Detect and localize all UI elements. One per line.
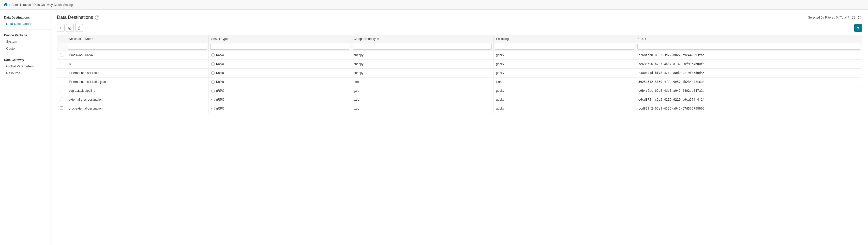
row-server-type: iKafka xyxy=(209,60,351,69)
server-type-label: Kafka xyxy=(216,53,224,57)
sidebar-section-data-gateway: Data Gateway xyxy=(0,56,51,63)
page-header: Data Destinations ? Selected 0 / Filtere… xyxy=(57,15,862,20)
row-checkbox[interactable] xyxy=(60,106,63,110)
server-type-label: gRPC xyxy=(216,107,224,110)
row-destination-name: External-non-ssl-kafka xyxy=(66,69,209,78)
row-checkbox-cell xyxy=(57,95,66,104)
row-info-icon[interactable]: i xyxy=(211,107,215,110)
status-bar: Selected 0 / Filtered 0 / Total 7 xyxy=(808,15,862,20)
row-destination-name: cdg-astack-pipeline xyxy=(66,86,209,95)
sidebar-section-data-destinations: Data Destinations xyxy=(0,14,51,20)
row-checkbox-cell xyxy=(57,51,66,60)
filter-destination-name-input[interactable] xyxy=(68,44,207,50)
row-info-icon[interactable]: i xyxy=(211,89,215,93)
server-type-label: Kafka xyxy=(216,71,224,75)
row-uuid: e9b4c2ec-b2e6-4db0-a942-0402dd347a1d xyxy=(636,86,862,95)
row-uuid: 3925e312-3039-4fde-9e57-4b234442c6a4 xyxy=(636,78,862,86)
row-destination-name: Crosswork_Kafka xyxy=(66,51,209,60)
row-info-icon[interactable]: i xyxy=(211,53,215,57)
row-destination-name: grpc-external-destination xyxy=(66,104,209,113)
row-info-icon[interactable]: i xyxy=(211,80,215,84)
refresh-icon[interactable] xyxy=(851,15,856,20)
table-header-row: Destination Name Server Type Compression… xyxy=(57,35,862,43)
sidebar-section-device-package: Device Package xyxy=(0,32,51,38)
row-destination-name: external-grpc-destination xyxy=(66,95,209,104)
row-checkbox[interactable] xyxy=(60,98,63,101)
row-checkbox[interactable] xyxy=(60,53,63,56)
row-info-icon[interactable]: i xyxy=(211,71,215,75)
row-compression-type: snappy xyxy=(351,60,493,69)
filter-destination-name-cell xyxy=(66,43,209,51)
row-destination-name: External-non-ssl-kafka-json xyxy=(66,78,209,86)
row-encoding: json xyxy=(493,78,636,86)
table-row: external-grpc-destinationigRPCgzipgpbkve… xyxy=(57,95,862,104)
row-encoding: gpbkv xyxy=(493,60,636,69)
toolbar xyxy=(57,24,862,32)
sidebar: Data Destinations Data Destinations Devi… xyxy=(0,10,51,245)
server-type-label: Kafka xyxy=(216,62,224,66)
row-encoding: gpbkv xyxy=(493,86,636,95)
row-server-type: igRPC xyxy=(209,86,351,95)
col-encoding: Encoding xyxy=(493,35,636,43)
row-compression-type: gzip xyxy=(351,104,493,113)
col-destination-name: Destination Name xyxy=(66,35,209,43)
row-server-type: igRPC xyxy=(209,104,351,113)
page-info-icon[interactable]: ? xyxy=(95,16,99,20)
sidebar-item-resource[interactable]: Resource xyxy=(0,70,51,76)
filter-uuid-cell xyxy=(636,43,862,51)
row-checkbox-cell xyxy=(57,60,66,69)
filter-uuid-input[interactable] xyxy=(638,44,860,50)
filter-compression-type-input[interactable] xyxy=(353,44,492,50)
sidebar-item-global-parameters[interactable]: Global Parameters xyxy=(0,63,51,70)
col-checkbox xyxy=(57,35,66,43)
row-compression-type: none xyxy=(351,78,493,86)
page-title: Data Destinations xyxy=(57,15,93,20)
edit-button[interactable] xyxy=(66,24,74,32)
sidebar-item-data-destinations[interactable]: Data Destinations xyxy=(0,20,51,27)
filter-server-type-cell xyxy=(209,43,351,51)
table-row: Crosswork_KafkaiKafkasnappygpbkvc2a8fba8… xyxy=(57,51,862,60)
row-encoding: gpbkv xyxy=(493,104,636,113)
breadcrumb-separator: / xyxy=(9,3,10,7)
toolbar-left xyxy=(57,24,83,32)
table-row: External-non-ssl-kafka-jsoniKafkanonejso… xyxy=(57,78,862,86)
sidebar-item-system[interactable]: System xyxy=(0,38,51,45)
breadcrumb: / Administration / Data Gateway Global S… xyxy=(0,0,868,10)
col-server-type: Server Type xyxy=(209,35,351,43)
table-row: cdg-astack-pipelineigRPCgzipgpbkve9b4c2e… xyxy=(57,86,862,95)
table-filter-row xyxy=(57,43,862,51)
filter-encoding-cell xyxy=(493,43,636,51)
svg-marker-3 xyxy=(857,27,860,29)
row-checkbox[interactable] xyxy=(60,62,63,65)
status-text: Selected 0 / Filtered 0 / Total 7 xyxy=(808,16,849,19)
server-type-label: gRPC xyxy=(216,89,224,93)
filter-encoding-input[interactable] xyxy=(495,44,634,50)
filter-button-container xyxy=(854,24,862,32)
add-button[interactable] xyxy=(57,24,65,32)
table-row: External-non-ssl-kafkaiKafkasnappygpbkvc… xyxy=(57,69,862,78)
filter-server-type-input[interactable] xyxy=(210,44,349,50)
row-encoding: gpbkv xyxy=(493,95,636,104)
page-title-group: Data Destinations ? xyxy=(57,15,99,20)
row-uuid: 7e635a06-b203-4b07-a137-80f99a4b00f3 xyxy=(636,60,862,69)
row-server-type: iKafka xyxy=(209,69,351,78)
row-info-icon[interactable]: i xyxy=(211,98,215,101)
sidebar-item-custom[interactable]: Custom xyxy=(0,45,51,52)
home-icon[interactable] xyxy=(4,3,8,7)
row-info-icon[interactable]: i xyxy=(211,62,215,66)
delete-button[interactable] xyxy=(75,24,83,32)
sidebar-divider-2 xyxy=(0,54,51,54)
row-encoding: gpbkv xyxy=(493,69,636,78)
table-row: D1iKafkasnappygpbkv7e635a06-b203-4b07-a1… xyxy=(57,60,862,69)
col-uuid: UUID xyxy=(636,35,862,43)
row-checkbox-cell xyxy=(57,86,66,95)
filter-compression-type-cell xyxy=(351,43,493,51)
row-checkbox[interactable] xyxy=(60,80,63,83)
row-checkbox[interactable] xyxy=(60,89,63,92)
data-table: Destination Name Server Type Compression… xyxy=(57,35,862,113)
settings-icon[interactable] xyxy=(857,15,862,20)
row-encoding: gpbkv xyxy=(493,51,636,60)
row-checkbox[interactable] xyxy=(60,71,63,74)
filter-button[interactable] xyxy=(854,24,862,32)
row-server-type: iKafka xyxy=(209,51,351,60)
